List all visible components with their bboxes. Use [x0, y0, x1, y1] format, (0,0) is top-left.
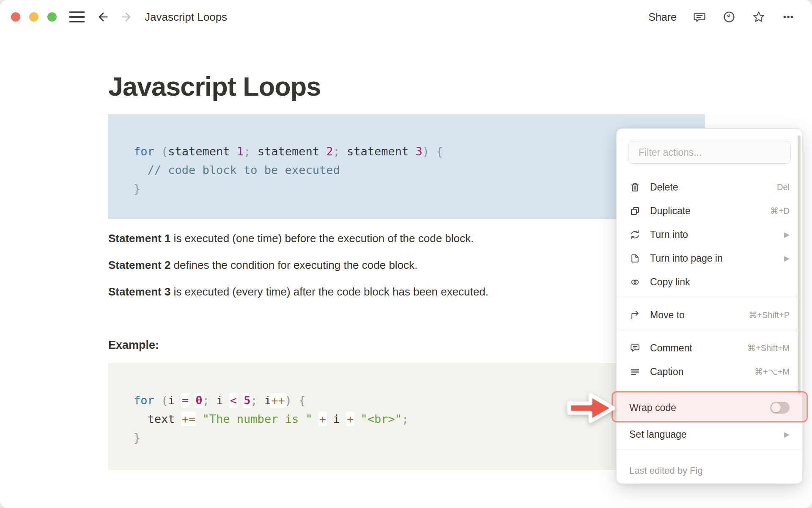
code-content: for (i = 0; i < 5; i++) { text += "The n… [108, 363, 705, 447]
app-window: Javascript Loops Share Javascript Loops … [0, 0, 812, 508]
menu-item-copy-link[interactable]: Copy link [617, 270, 802, 294]
submenu-arrow-icon: ▶ [784, 230, 790, 239]
link-icon [629, 276, 641, 288]
filter-actions-input[interactable] [628, 141, 791, 164]
forward-button[interactable] [120, 10, 134, 24]
wrap-code-toggle[interactable] [770, 402, 790, 414]
shortcut-hint: ⌘+⌥+M [754, 367, 790, 377]
code-block-syntax[interactable]: for (statement 1; statement 2; statement… [108, 114, 705, 219]
forward-arrow-icon [120, 10, 134, 24]
last-edited-time: Today at 10:15 PM [629, 479, 790, 484]
clock-icon [722, 10, 736, 24]
back-button[interactable] [96, 10, 109, 24]
share-button[interactable]: Share [648, 11, 677, 23]
more-options-button[interactable] [782, 10, 795, 24]
menu-item-move-to[interactable]: Move to ⌘+Shift+P [617, 303, 802, 327]
star-icon [752, 10, 765, 24]
comments-button[interactable] [693, 10, 706, 24]
menu-item-delete[interactable]: Delete Del [617, 175, 802, 199]
menu-item-set-language[interactable]: Set language ▶ [617, 422, 802, 446]
block-context-menu: Delete Del Duplicate ⌘+D Turn into ▶ [616, 128, 803, 484]
toggle-knob [771, 403, 781, 412]
code-content: for (statement 1; statement 2; statement… [108, 114, 705, 198]
menu-divider [617, 449, 802, 450]
close-window-button[interactable] [11, 12, 20, 22]
top-toolbar: Javascript Loops Share [0, 0, 812, 34]
code-block-example[interactable]: for (i = 0; i < 5; i++) { text += "The n… [108, 363, 705, 470]
statement-2-paragraph: Statement 2 defines the condition for ex… [108, 257, 616, 273]
zoom-window-button[interactable] [47, 12, 57, 22]
shortcut-hint: Del [777, 182, 790, 192]
example-label: Example: [108, 339, 159, 352]
statement-3-paragraph: Statement 3 is executed (every time) aft… [108, 284, 616, 299]
submenu-arrow-icon: ▶ [784, 430, 790, 439]
menu-scrollbar[interactable] [798, 135, 801, 394]
comment-icon [629, 342, 641, 354]
page-title: Javascript Loops [108, 71, 321, 102]
menu-divider [617, 387, 802, 387]
submenu-arrow-icon: ▶ [784, 254, 790, 263]
shortcut-hint: ⌘+Shift+M [747, 343, 790, 353]
menu-divider [617, 330, 802, 330]
page-icon [629, 253, 641, 264]
menu-divider [617, 297, 802, 297]
ellipsis-icon [782, 10, 795, 24]
turn-into-icon [629, 229, 641, 240]
menu-item-caption[interactable]: Caption ⌘+⌥+M [617, 360, 802, 384]
shortcut-hint: ⌘+D [770, 206, 790, 216]
updates-button[interactable] [722, 10, 736, 24]
minimize-window-button[interactable] [29, 12, 38, 22]
favorite-button[interactable] [752, 10, 765, 24]
window-controls [11, 12, 57, 22]
menu-footer: Last edited by Fig Today at 10:15 PM [617, 456, 802, 484]
menu-item-comment[interactable]: Comment ⌘+Shift+M [617, 336, 802, 360]
statement-1-paragraph: Statement 1 is executed (one time) befor… [108, 231, 616, 246]
menu-item-turn-into-page-in[interactable]: Turn into page in ▶ [617, 246, 802, 270]
back-arrow-icon [96, 10, 109, 24]
trash-icon [629, 182, 641, 193]
comment-icon [693, 10, 706, 24]
menu-item-turn-into[interactable]: Turn into ▶ [617, 223, 802, 246]
last-edited-by: Last edited by Fig [629, 462, 790, 479]
menu-item-wrap-code[interactable]: Wrap code [617, 393, 802, 422]
breadcrumb-page-title[interactable]: Javascript Loops [145, 11, 227, 24]
sidebar-toggle-icon[interactable] [69, 11, 85, 22]
shortcut-hint: ⌘+Shift+P [749, 310, 790, 320]
caption-icon [629, 366, 641, 378]
body-text: Statement 1 is executed (one time) befor… [108, 231, 616, 311]
move-to-icon [629, 309, 641, 321]
menu-item-duplicate[interactable]: Duplicate ⌘+D [617, 199, 802, 223]
duplicate-icon [629, 205, 641, 217]
